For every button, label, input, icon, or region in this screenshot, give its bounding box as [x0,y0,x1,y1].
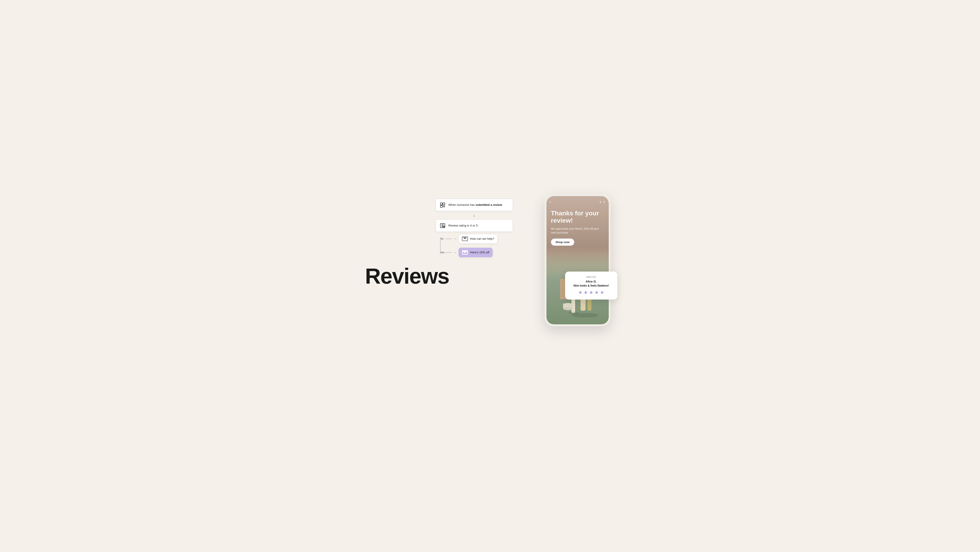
nav-back-button[interactable]: ‹ [550,199,551,204]
condition-icon [439,222,446,229]
h-line-yes [445,252,452,253]
yes-label: Yes [440,251,443,254]
flow-branch: No → How can we help? Yes → [436,234,513,257]
svg-point-19 [563,306,573,310]
phone-title: Thanks for your review! [551,210,604,224]
svg-rect-0 [440,203,442,205]
no-label: No [440,237,443,240]
phone-content: Thanks for your review! We appreciate yo… [551,210,604,246]
review-text: Skin looks & feels flawless! [570,284,613,287]
branch-yes: Yes → Here's 15% off [440,248,513,257]
svg-rect-2 [440,205,442,207]
email-icon-yes [462,250,468,255]
svg-point-16 [568,312,579,314]
svg-rect-5 [462,250,467,254]
arrow-no: → [454,237,457,240]
trigger-text: When someone has submitted a review [449,203,502,206]
review-name: Alice G. [570,280,613,283]
nav-dots: ∨ ∧ [599,200,606,204]
email-icon-no [462,236,468,241]
svg-rect-1 [443,203,445,205]
condition-box: Review rating is 4 or 5 [436,220,513,232]
star-5: ★ [600,290,605,295]
arrow-down-1: ↓ [436,213,513,218]
phone-nav: ‹ ∨ ∧ [550,199,606,204]
h-line-no [445,239,452,239]
star-3: ★ [589,290,593,295]
branch-v-line [440,237,441,254]
star-1: ★ [578,290,582,295]
nav-down-icon[interactable]: ∨ [599,200,602,204]
review-date: 09/07/23 [570,276,613,278]
phone-cta-button[interactable]: Shop now [551,239,574,246]
review-stars: ★ ★ ★ ★ ★ [570,290,613,295]
star-2: ★ [584,290,588,295]
action-no-box: How can we help? [458,234,498,244]
condition-text: Review rating is 4 or 5 [449,224,478,227]
action-no-text: How can we help? [470,237,494,240]
trigger-box: When someone has submitted a review [436,199,513,211]
star-4: ★ [594,290,599,295]
scene: Reviews When someone has submitted a rev… [365,187,615,365]
action-yes-box: Here's 15% off [458,248,493,257]
flow-diagram: When someone has submitted a review ↓ Re… [436,199,513,257]
trigger-icon [439,202,446,208]
branch-no: No → How can we help? [440,234,513,244]
phone-screen: ‹ ∨ ∧ Thanks for your review! We appreci… [546,196,609,324]
nav-up-icon[interactable]: ∧ [603,200,606,204]
page-title: Reviews [365,265,449,287]
phone-subtitle: We appreciate you! Here's 15% off your n… [551,227,604,235]
action-yes-text: Here's 15% off [470,250,490,254]
arrow-yes: → [454,250,457,254]
phone-mockup: ‹ ∨ ∧ Thanks for your review! We appreci… [545,194,611,326]
review-card: 09/07/23 Alice G. Skin looks & feels fla… [565,271,617,300]
